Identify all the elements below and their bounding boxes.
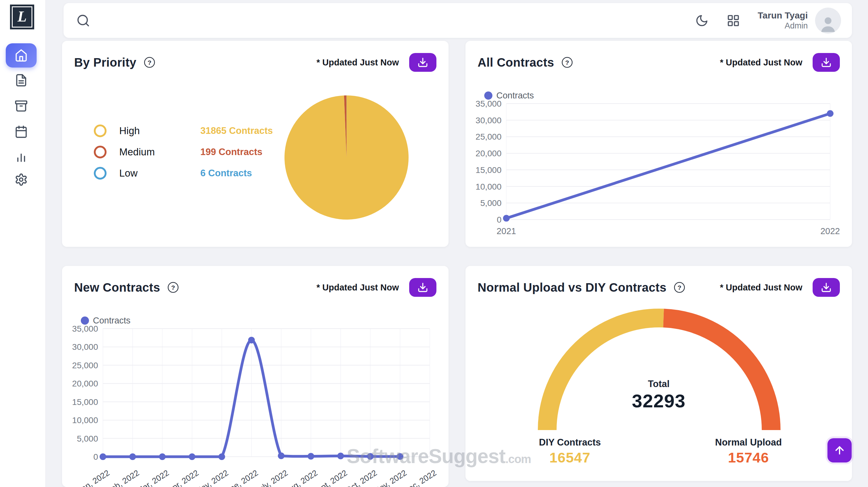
legend-item-low[interactable]: Low 6 Contracts — [94, 163, 273, 184]
svg-text:Dec, 2022: Dec, 2022 — [402, 468, 438, 487]
search-button[interactable] — [76, 13, 90, 28]
download-button[interactable] — [409, 278, 436, 297]
legend-item-medium[interactable]: Medium 199 Contracts — [94, 141, 273, 163]
segment-value: 16547 — [520, 449, 620, 466]
legend-ring-low — [94, 167, 106, 180]
upload-vs-diy-gauge-chart — [508, 302, 810, 448]
user-block[interactable]: Tarun Tyagi Admin — [757, 10, 808, 31]
person-icon — [818, 14, 838, 34]
svg-text:Oct, 2022: Oct, 2022 — [344, 468, 379, 487]
sidebar-item-settings[interactable] — [6, 168, 37, 192]
svg-text:25,000: 25,000 — [475, 132, 501, 141]
segment-value: 15746 — [695, 449, 801, 466]
svg-text:2022: 2022 — [820, 226, 840, 236]
sidebar-item-reports[interactable] — [6, 145, 37, 169]
card-header: By Priority ? * Updated Just Now — [62, 41, 448, 72]
svg-text:0: 0 — [497, 215, 501, 224]
archive-icon — [14, 99, 28, 113]
sidebar-item-calendar[interactable] — [6, 120, 37, 144]
new-contracts-line-chart: Jan, 2022Feb, 2022Mar, 2022Apr, 2022May,… — [68, 325, 440, 487]
card-title: New Contracts — [74, 281, 160, 294]
help-icon[interactable]: ? — [561, 57, 573, 68]
sidebar-item-home[interactable] — [6, 43, 37, 67]
help-icon[interactable]: ? — [144, 57, 155, 68]
download-button[interactable] — [409, 53, 436, 72]
legend-label: Medium — [119, 146, 200, 158]
svg-text:30,000: 30,000 — [72, 342, 98, 352]
gauge-total-label: Total — [465, 379, 852, 390]
svg-text:35,000: 35,000 — [72, 325, 98, 334]
sidebar-item-documents[interactable] — [6, 68, 37, 92]
svg-text:Apr, 2022: Apr, 2022 — [166, 468, 200, 487]
by-priority-pie-chart — [284, 95, 409, 220]
legend-label: High — [119, 125, 200, 137]
svg-text:20,000: 20,000 — [475, 149, 501, 158]
legend-ring-high — [94, 124, 106, 137]
series-legend[interactable]: Contracts — [81, 316, 130, 325]
svg-text:5,000: 5,000 — [480, 198, 501, 208]
card-header: New Contracts ? * Updated Just Now — [62, 266, 448, 297]
svg-text:July, 2022: July, 2022 — [254, 468, 289, 487]
legend-item-high[interactable]: High 31865 Contracts — [94, 120, 273, 141]
svg-text:?: ? — [565, 59, 569, 66]
card-by-priority: By Priority ? * Updated Just Now High 31… — [62, 41, 448, 247]
gauge-segment-diy: DIY Contracts 16547 — [520, 437, 620, 466]
app-logo[interactable]: L — [10, 4, 34, 29]
card-header: Normal Upload vs DIY Contracts ? * Updat… — [465, 266, 852, 297]
gauge-segment-normal: Normal Upload 15746 — [695, 437, 801, 466]
series-legend[interactable]: Contracts — [484, 91, 534, 101]
app-logo-frame: L — [12, 6, 32, 28]
legend-label: Low — [119, 168, 200, 179]
arrow-up-icon — [834, 444, 846, 456]
updated-label: * Updated Just Now — [720, 283, 802, 292]
user-name: Tarun Tyagi — [757, 10, 808, 21]
svg-text:15,000: 15,000 — [72, 397, 98, 407]
file-text-icon — [14, 74, 28, 87]
svg-text:30,000: 30,000 — [475, 116, 501, 125]
app-logo-letter: L — [18, 9, 27, 24]
calendar-icon — [14, 125, 28, 138]
legend-value: 199 Contracts — [200, 147, 262, 157]
legend-dot — [81, 316, 89, 325]
avatar[interactable] — [815, 7, 841, 34]
legend-dot — [484, 91, 492, 99]
topbar-right: Tarun Tyagi Admin — [694, 7, 852, 34]
apps-menu-button[interactable] — [726, 13, 741, 28]
card-header: All Contracts ? * Updated Just Now — [465, 41, 852, 72]
help-icon[interactable]: ? — [167, 282, 179, 293]
legend-ring-medium — [94, 146, 106, 159]
download-icon — [821, 282, 832, 293]
scroll-to-top-button[interactable] — [828, 438, 851, 462]
card-new-contracts: New Contracts ? * Updated Just Now Contr… — [62, 266, 448, 487]
svg-text:15,000: 15,000 — [475, 165, 501, 175]
download-button[interactable] — [813, 53, 840, 72]
updated-label: * Updated Just Now — [317, 283, 399, 292]
svg-text:35,000: 35,000 — [475, 100, 501, 108]
svg-text:0: 0 — [93, 452, 98, 462]
svg-text:Jan, 2022: Jan, 2022 — [76, 468, 111, 487]
dashboard-page: L — [0, 0, 868, 487]
updated-label: * Updated Just Now — [317, 58, 399, 67]
moon-icon — [695, 14, 709, 27]
bar-chart-icon — [14, 150, 28, 164]
apps-grid-icon — [727, 14, 740, 27]
download-icon — [417, 57, 428, 68]
svg-text:Nov, 2022: Nov, 2022 — [373, 468, 408, 487]
sidebar: L — [0, 0, 46, 487]
svg-text:2021: 2021 — [497, 226, 516, 236]
download-button[interactable] — [813, 278, 840, 297]
sidebar-item-archive[interactable] — [6, 94, 37, 118]
user-role: Admin — [757, 21, 808, 31]
svg-text:?: ? — [147, 59, 151, 66]
svg-text:?: ? — [678, 284, 682, 291]
legend-value: 31865 Contracts — [200, 125, 273, 136]
help-icon[interactable]: ? — [674, 282, 685, 293]
gear-icon — [14, 173, 28, 186]
card-title: By Priority — [74, 56, 136, 69]
dark-mode-toggle[interactable] — [694, 13, 709, 28]
download-icon — [821, 57, 832, 68]
all-contracts-line-chart: 2021202205,00010,00015,00020,00025,00030… — [471, 100, 844, 242]
svg-text:10,000: 10,000 — [475, 182, 501, 192]
download-icon — [417, 282, 428, 293]
home-icon — [14, 49, 28, 62]
